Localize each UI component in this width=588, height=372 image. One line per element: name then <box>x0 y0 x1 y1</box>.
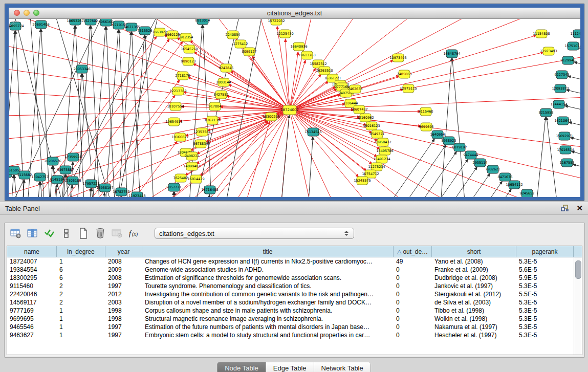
network-node[interactable]: 9699695 <box>419 123 434 131</box>
table-cell[interactable]: Wolkin et al. (1998) <box>432 315 516 323</box>
table-panel-titlebar[interactable]: Table Panel ✕ <box>0 202 588 215</box>
table-row[interactable]: 969969511998Structural magnetic resonanc… <box>7 315 582 323</box>
table-row[interactable]: 977716911998Corpus callosum shape and si… <box>7 307 582 315</box>
table-cell[interactable]: Disruption of a novel member of a sodium… <box>142 298 394 307</box>
network-node[interactable]: 8427552 <box>214 91 229 99</box>
network-node[interactable]: 12093873 <box>552 84 569 93</box>
table-cell[interactable]: 1998 <box>105 315 142 323</box>
tab-node-table[interactable]: Node Table <box>217 362 266 372</box>
network-node[interactable]: 2803144 <box>216 78 231 86</box>
table-cell[interactable]: 0 <box>394 298 432 307</box>
table-cell[interactable]: 9115460 <box>7 282 57 290</box>
network-node[interactable]: 15692971 <box>556 132 573 140</box>
table-row[interactable]: 1872400712008Changes of HCN gene express… <box>7 257 582 266</box>
table-cell[interactable]: Dudbridge et al. (2008) <box>432 274 516 282</box>
table-row[interactable]: 946362711997Embryonic stem cells: a mode… <box>7 331 582 339</box>
table-cell[interactable]: Structural magnetic resonance image aver… <box>142 315 394 323</box>
network-node[interactable]: 9960125 <box>165 31 180 39</box>
table-cell[interactable]: 0 <box>394 331 432 339</box>
table-cell[interactable]: 0 <box>394 307 432 315</box>
network-node[interactable]: 5678834 <box>193 140 208 148</box>
network-node[interactable]: 12975115 <box>400 84 417 93</box>
table-cell[interactable]: 22420046 <box>7 290 57 298</box>
table-cell[interactable]: 1998 <box>105 307 142 315</box>
network-node[interactable]: 15495786 <box>376 147 393 155</box>
table-cell[interactable]: 0 <box>394 290 432 298</box>
table-cell[interactable]: 0 <box>394 315 432 323</box>
network-node[interactable]: 7625402 <box>173 174 188 182</box>
network-node[interactable]: 17016514 <box>557 146 574 154</box>
network-node[interactable]: 8267130 <box>205 116 220 124</box>
resize-grip-icon[interactable] <box>9 19 16 26</box>
table-cell[interactable]: 5.3E-5 <box>516 315 574 323</box>
table-row[interactable]: 2242004622012Investigating the contribut… <box>7 290 582 298</box>
select-rows-icon[interactable] <box>43 227 56 239</box>
table-cell[interactable]: 19384554 <box>7 266 57 274</box>
show-columns-icon[interactable] <box>27 227 39 239</box>
table-row[interactable]: 1830029562008Estimation of significance … <box>7 274 582 282</box>
table-cell[interactable]: 18300295 <box>7 274 57 282</box>
network-node[interactable]: 15751074 <box>564 42 580 50</box>
table-cell[interactable]: 0 <box>394 266 432 274</box>
network-node[interactable]: 1640954 <box>430 130 445 139</box>
scrollbar-thumb[interactable] <box>575 260 581 279</box>
network-node[interactable]: 9242845 <box>219 64 234 72</box>
network-node[interactable]: 5912354 <box>179 33 193 41</box>
table-cell[interactable]: Estimation of the future numbers of pati… <box>142 323 394 331</box>
table-row[interactable]: 911546021997Tourette syndrome. Phenomeno… <box>7 282 582 290</box>
network-node[interactable]: 15491234 <box>373 155 390 163</box>
table-cell[interactable]: 1 <box>57 307 105 315</box>
table-cell[interactable]: 1997 <box>105 331 142 339</box>
column-header-title[interactable]: title <box>142 246 394 257</box>
table-cell[interactable]: Corpus callosum shape and size in male p… <box>142 307 394 315</box>
float-window-icon[interactable] <box>561 205 569 212</box>
table-cell[interactable]: Tourette syndrome. Phenomenology and cla… <box>142 282 394 290</box>
table-cell[interactable]: Estimation of significance thresholds fo… <box>142 274 394 282</box>
table-cell[interactable]: 5.3E-5 <box>516 298 574 307</box>
network-node[interactable]: 9890123 <box>181 57 196 65</box>
network-node[interactable]: 16016123 <box>363 122 380 130</box>
network-node[interactable]: 7462633 <box>348 85 363 93</box>
table-cell[interactable]: 6 <box>57 266 105 274</box>
tab-network-table[interactable]: Network Table <box>314 362 371 372</box>
table-cell[interactable]: 9463627 <box>7 331 57 339</box>
table-cell[interactable]: 2008 <box>105 257 142 266</box>
network-node[interactable]: 9498222 <box>185 152 200 160</box>
network-node[interactable]: 16210643 <box>554 117 571 125</box>
network-node[interactable]: 9474444 <box>464 151 478 159</box>
table-cell[interactable]: 2 <box>57 290 105 298</box>
network-node[interactable]: 9129946 <box>561 56 576 64</box>
network-node[interactable]: 15716485 <box>201 186 218 194</box>
table-cell[interactable]: 5.9E-5 <box>516 274 574 282</box>
table-cell[interactable]: 2008 <box>105 274 142 282</box>
network-node[interactable]: 10653267 <box>67 19 83 25</box>
network-node[interactable]: 5938923 <box>442 137 456 145</box>
table-mode-icon[interactable] <box>10 227 22 239</box>
network-node[interactable]: 8813014 <box>195 19 210 25</box>
network-node[interactable]: 19613763 <box>298 51 315 59</box>
network-node[interactable]: 2240854 <box>226 31 241 39</box>
table-cell[interactable]: Yano et al. (2008) <box>432 257 516 266</box>
table-cell[interactable]: 5.6E-5 <box>516 266 574 274</box>
table-cell[interactable]: 1 <box>57 331 105 339</box>
table-cell[interactable]: 1 <box>57 315 105 323</box>
table-cell[interactable]: 5.3E-5 <box>516 331 574 339</box>
network-node[interactable]: 20053346 <box>73 65 90 73</box>
table-row[interactable]: 1938455462009Genome-wide association stu… <box>7 266 582 274</box>
vertical-scrollbar[interactable] <box>574 257 582 355</box>
column-header-pagerank[interactable]: pagerank <box>516 246 574 257</box>
delete-table-icon[interactable] <box>111 227 123 239</box>
table-cell[interactable]: 0 <box>394 323 432 331</box>
column-header-short[interactable]: short <box>432 246 516 257</box>
delete-column-icon[interactable] <box>94 227 106 239</box>
table-cell[interactable]: 1997 <box>105 323 142 331</box>
row-height-icon[interactable] <box>60 227 73 239</box>
table-row[interactable]: 946554611997Estimation of the future num… <box>7 323 582 331</box>
table-cell[interactable]: 2012 <box>105 290 142 298</box>
table-cell[interactable]: 2003 <box>105 298 142 307</box>
network-node[interactable]: 18724007 <box>280 105 299 115</box>
table-cell[interactable]: Embryonic stem cells: a model to study s… <box>142 331 394 339</box>
table-row[interactable]: 1456911722003Disruption of a novel membe… <box>7 298 582 307</box>
table-cell[interactable]: 5.3E-5 <box>516 282 574 290</box>
column-header-outde[interactable]: △out_de… <box>394 246 432 257</box>
